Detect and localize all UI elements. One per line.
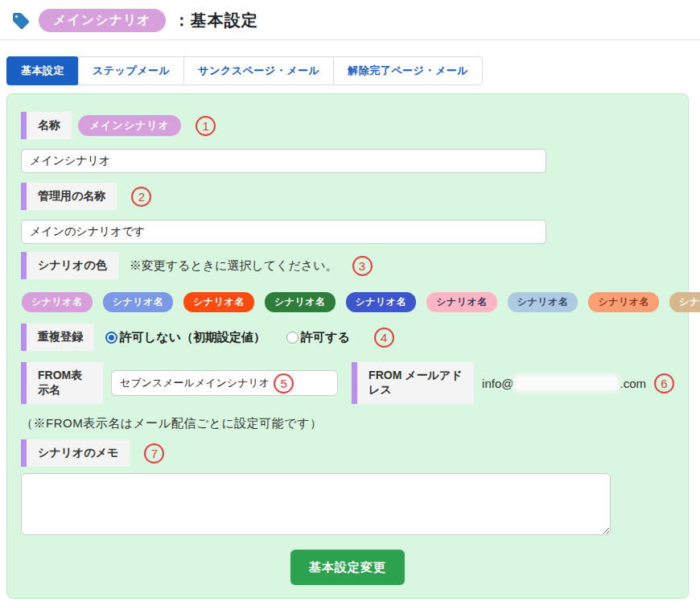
radio-circle-icon: [286, 332, 299, 344]
page-title: ：基本設定: [174, 10, 258, 31]
basic-settings-panel: 名称 メインシナリオ 1 管理用の名称 2 シナリオの色 ※変更するときに選択し…: [6, 93, 689, 599]
from-name-input-wrap: 5: [111, 370, 338, 396]
memo-label-row: シナリオのメモ 7: [21, 439, 674, 467]
from-row: FROM表示名 5 FROM メールアドレス info@ .com 6: [21, 362, 674, 404]
duplicate-label-row: 重複登録 許可しない（初期設定値） 許可する 4: [21, 324, 674, 351]
color-label-row: シナリオの色 ※変更するときに選択してください。 3: [21, 252, 674, 279]
radio-allow[interactable]: 許可する: [286, 330, 350, 345]
name-current-badge: メインシナリオ: [78, 115, 181, 136]
from-note: （※FROM表示名はメール配信ごとに設定可能です）: [21, 416, 674, 431]
admin-name-label: 管理用の名称: [21, 183, 117, 210]
from-name-label: FROM表示名: [21, 362, 103, 404]
color-swatch[interactable]: シナリオ名: [103, 292, 174, 312]
memo-textarea[interactable]: [21, 473, 611, 535]
color-swatch[interactable]: シナリオ名: [426, 292, 497, 312]
save-basic-settings-button[interactable]: 基本設定変更: [290, 550, 405, 585]
tag-icon: [11, 11, 31, 31]
tab-basic-settings[interactable]: 基本設定: [6, 56, 79, 85]
duplicate-radio-group: 許可しない（初期設定値） 許可する: [105, 330, 371, 345]
color-swatch[interactable]: シナリオ名: [588, 292, 659, 312]
scenario-badge: メインシナリオ: [39, 9, 166, 32]
annotation-number-1: 1: [196, 116, 216, 136]
tab-thanks-page-mail[interactable]: サンクスページ・メール: [183, 56, 334, 85]
submit-row: 基本設定変更: [21, 550, 674, 585]
color-label: シナリオの色: [21, 252, 118, 279]
annotation-number-6: 6: [654, 373, 674, 394]
from-email-prefix: info@: [482, 377, 513, 390]
radio-disallow[interactable]: 許可しない（初期設定値）: [105, 330, 266, 345]
color-swatch[interactable]: シナリオ名: [346, 292, 417, 312]
duplicate-label: 重複登録: [21, 324, 94, 351]
from-email-value: info@ .com: [482, 376, 646, 390]
page-header: メインシナリオ ：基本設定: [0, 0, 700, 40]
color-note: ※変更するときに選択してください。: [130, 258, 338, 274]
from-email-suffix: .com: [620, 377, 646, 390]
color-swatch[interactable]: シナリオ名: [669, 292, 700, 312]
tab-bar: 基本設定 ステップメール サンクスページ・メール 解除完了ページ・メール: [6, 56, 700, 85]
tab-unsubscribe-page-mail[interactable]: 解除完了ページ・メール: [333, 56, 483, 85]
memo-label: シナリオのメモ: [21, 439, 130, 467]
annotation-number-2: 2: [131, 187, 151, 207]
radio-circle-icon: [105, 332, 117, 344]
from-name-input[interactable]: [111, 370, 338, 396]
admin-name-label-row: 管理用の名称 2: [21, 183, 674, 210]
name-label: 名称: [21, 112, 72, 139]
annotation-number-5: 5: [274, 373, 294, 394]
annotation-number-4: 4: [374, 328, 394, 348]
from-email-masked: [515, 376, 618, 390]
color-swatch[interactable]: シナリオ名: [508, 292, 579, 312]
name-label-row: 名称 メインシナリオ 1: [21, 112, 674, 139]
annotation-number-3: 3: [352, 256, 373, 276]
annotation-number-7: 7: [144, 443, 164, 464]
color-swatch[interactable]: シナリオ名: [22, 292, 93, 312]
radio-disallow-label: 許可しない（初期設定値）: [120, 330, 266, 345]
from-email-label: FROM メールアドレス: [352, 362, 474, 404]
color-swatch[interactable]: シナリオ名: [265, 292, 336, 312]
tab-step-mail[interactable]: ステップメール: [78, 56, 184, 85]
color-swatch-row: シナリオ名 シナリオ名 シナリオ名 シナリオ名 シナリオ名 シナリオ名 シナリオ…: [22, 292, 674, 312]
admin-name-input[interactable]: [21, 220, 546, 244]
radio-allow-label: 許可する: [301, 330, 350, 345]
color-swatch[interactable]: シナリオ名: [183, 292, 254, 312]
name-input[interactable]: [21, 149, 546, 173]
